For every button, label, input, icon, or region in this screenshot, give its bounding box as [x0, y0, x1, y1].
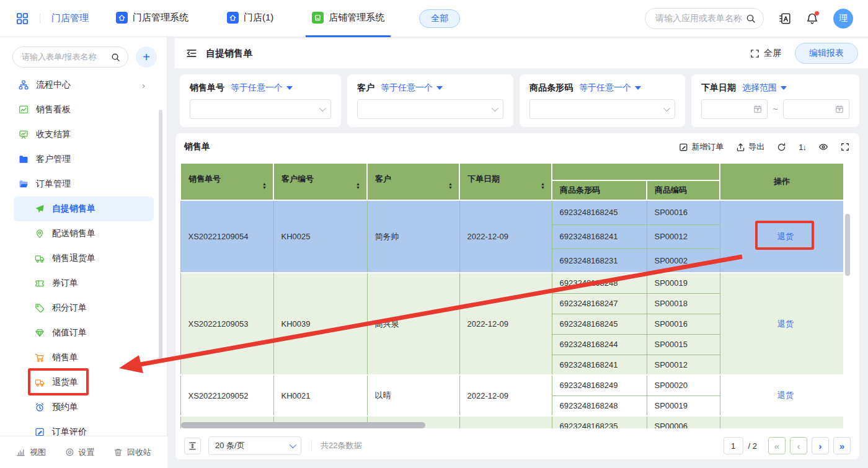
- sidebar-item-4[interactable]: 客户管理: [14, 147, 154, 172]
- date-end-input[interactable]: [783, 99, 849, 119]
- sidebar-item-9[interactable]: 券订单: [14, 271, 154, 296]
- sort-icon[interactable]: 1↓: [799, 143, 806, 152]
- next-page-button[interactable]: ›: [812, 437, 829, 454]
- vertical-scrollbar[interactable]: [845, 214, 850, 276]
- column-header[interactable]: 客户编号▲▼: [273, 163, 367, 200]
- fullscreen-icon: [750, 49, 760, 58]
- truck-icon: [35, 254, 45, 263]
- table-row: XS20221209054KH0025简务帅2022-12-0969232481…: [180, 200, 843, 224]
- cell-order-date: 2022-12-09: [459, 273, 552, 375]
- avatar[interactable]: 理: [833, 9, 853, 29]
- sidebar-item-label: 积分订单: [52, 302, 87, 314]
- filter-select[interactable]: [529, 99, 675, 119]
- export-button[interactable]: 导出: [736, 141, 764, 152]
- add-order-label: 新增订单: [691, 141, 724, 152]
- cell-product-code: SP00006: [647, 416, 720, 428]
- app-tab-3[interactable]: 店铺管理系统: [306, 0, 391, 37]
- triangle-down-icon: [781, 86, 787, 90]
- language-icon[interactable]: [779, 12, 791, 25]
- return-link[interactable]: 退货: [777, 319, 794, 329]
- filter-operator[interactable]: 等于任意一个: [231, 82, 293, 94]
- workspace-link[interactable]: 门店管理: [51, 12, 89, 24]
- notification-bell-icon[interactable]: [806, 12, 818, 25]
- page-size-select[interactable]: 20 条/页: [208, 436, 301, 455]
- apps-grid-icon[interactable]: [16, 12, 29, 25]
- fullscreen-button[interactable]: 全屏: [750, 48, 781, 59]
- cell-barcode: 6923248168241: [552, 355, 647, 375]
- filter-card-4: 下单日期选择范围~: [691, 74, 859, 127]
- all-apps-pill[interactable]: 全部: [419, 9, 460, 28]
- page-total: / 2: [748, 441, 757, 451]
- chevron-down-icon: [290, 441, 296, 448]
- column-sort-icon[interactable]: ▲▼: [541, 182, 545, 190]
- visibility-icon[interactable]: [818, 142, 828, 152]
- sidebar-item-14[interactable]: 预约单: [14, 395, 154, 420]
- tab-label: 店铺管理系统: [329, 12, 384, 24]
- filter-select[interactable]: [357, 99, 503, 119]
- filter-select[interactable]: [190, 99, 331, 119]
- column-header[interactable]: 客户▲▼: [367, 163, 459, 200]
- return-link[interactable]: 退货: [777, 232, 794, 241]
- item-column-header: 商品条形码: [552, 180, 647, 200]
- sidebar-item-10[interactable]: 积分订单: [14, 296, 154, 320]
- sidebar-item-12[interactable]: 销售单: [14, 345, 154, 370]
- sidebar-item-15[interactable]: 订单评价: [14, 420, 154, 436]
- return-link[interactable]: 退货: [777, 391, 794, 400]
- row-height-button[interactable]: [184, 438, 201, 454]
- column-sort-icon[interactable]: ▲▼: [356, 182, 360, 190]
- horizontal-scrollbar[interactable]: [181, 422, 425, 428]
- filter-operator[interactable]: 等于任意一个: [381, 82, 443, 94]
- form-search-input[interactable]: 请输入表单/报表名称: [12, 46, 128, 68]
- compose-icon: [679, 143, 688, 152]
- sidebar-item-8[interactable]: 销售退货单: [14, 246, 154, 271]
- footer-label: 回收站: [127, 447, 151, 458]
- paper-plane-icon: [35, 204, 45, 214]
- page-number-input[interactable]: 1: [724, 437, 743, 454]
- sidebar-item-1[interactable]: 流程中心›: [14, 73, 154, 97]
- sidebar-item-3[interactable]: 收支结算: [14, 122, 154, 147]
- sidebar-footer-回收站[interactable]: 回收站: [113, 447, 151, 458]
- column-header[interactable]: 下单日期▲▼: [459, 163, 552, 200]
- refresh-icon[interactable]: [777, 143, 786, 152]
- sidebar-item-11[interactable]: 储值订单: [14, 320, 154, 345]
- cell-product-code: SP00020: [647, 375, 720, 395]
- cell-barcode: 6923248168249: [552, 375, 647, 395]
- add-order-button[interactable]: 新增订单: [679, 141, 724, 152]
- sidebar-footer-视图[interactable]: 视图: [16, 447, 46, 458]
- column-sort-icon[interactable]: ▲▼: [448, 182, 453, 190]
- table-row: XS20221209053KH0039高兴泉2022-12-0969232481…: [180, 273, 843, 293]
- sidebar-footer-设置[interactable]: 设置: [65, 447, 95, 458]
- cell-product-code: SP00015: [647, 334, 720, 355]
- add-form-button[interactable]: +: [136, 46, 157, 68]
- collapse-menu-icon[interactable]: [186, 48, 197, 59]
- orders-table-viewport: 销售单号▲▼客户编号▲▼客户▲▼下单日期▲▼操作商品条形码商品编码XS20221…: [180, 162, 843, 428]
- last-page-button[interactable]: »: [833, 437, 851, 454]
- app-tab-2[interactable]: 门店(1): [221, 0, 280, 37]
- sidebar-item-7[interactable]: 配送销售单: [14, 221, 154, 246]
- export-icon: [736, 143, 745, 152]
- app-tab-1[interactable]: 门店管理系统: [110, 0, 195, 37]
- triangle-down-icon: [635, 86, 641, 90]
- sidebar-item-13[interactable]: 退货单: [14, 370, 154, 395]
- table-fullscreen-icon[interactable]: [841, 143, 849, 151]
- sidebar-item-5[interactable]: 订单管理: [14, 172, 154, 196]
- edit-report-button[interactable]: 编辑报表: [795, 43, 858, 64]
- column-header[interactable]: 销售单号▲▼: [180, 163, 273, 200]
- sidebar-scrollbar[interactable]: [159, 110, 162, 363]
- cell-action: 退货: [720, 200, 843, 273]
- export-label: 导出: [748, 141, 764, 152]
- page-size-value: 20 条/页: [215, 440, 245, 451]
- filter-operator[interactable]: 选择范围: [742, 82, 787, 94]
- global-search-input[interactable]: 请输入应用或表单名称: [645, 8, 764, 29]
- cell-customer: 以晴: [367, 375, 459, 416]
- filter-operator[interactable]: 等于任意一个: [579, 82, 641, 94]
- cell-customer-no: KH0025: [273, 200, 367, 273]
- sidebar-item-2[interactable]: 销售看板: [14, 97, 154, 122]
- prev-page-button[interactable]: ‹: [790, 437, 807, 454]
- sidebar-item-6[interactable]: 自提销售单: [14, 196, 154, 221]
- column-sort-icon[interactable]: ▲▼: [262, 182, 267, 190]
- first-page-button[interactable]: «: [768, 437, 786, 454]
- chevron-right-icon: ›: [142, 80, 145, 91]
- cell-order-date: 2022-12-09: [459, 200, 552, 273]
- date-start-input[interactable]: [701, 99, 768, 119]
